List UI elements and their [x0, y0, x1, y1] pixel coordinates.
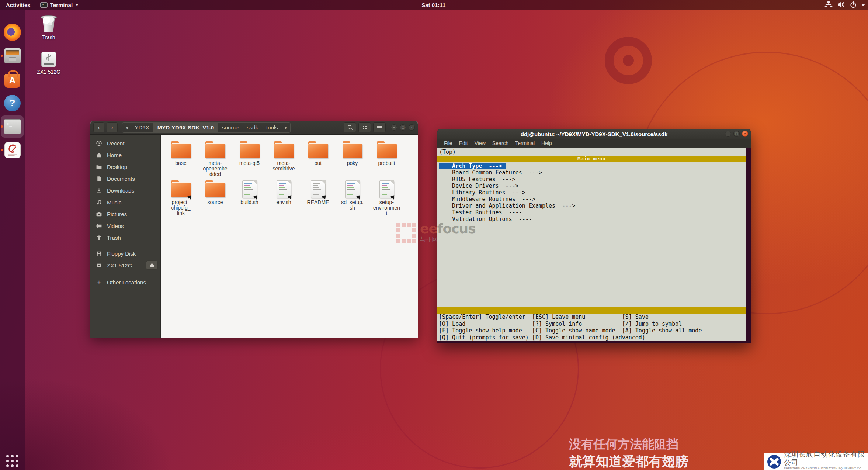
sidebar-item-other-locations[interactable]: +Other Locations — [90, 276, 160, 288]
files-icon — [4, 48, 21, 63]
close-button[interactable]: × — [409, 124, 415, 131]
company-logo-icon — [767, 455, 781, 469]
menuconfig-item-tester-routines[interactable]: Tester Routines ---- — [439, 209, 525, 216]
file-item[interactable]: prebuilt — [369, 138, 404, 177]
menu-search[interactable]: Search — [489, 140, 511, 146]
desktop-icon-label: ZX1 512G — [35, 69, 63, 75]
desktop: Activities Terminal ▾ Sat 01:11 Trash — [0, 0, 868, 470]
eject-button[interactable] — [146, 260, 158, 270]
sidebar-item-downloads[interactable]: Downloads — [90, 184, 160, 196]
file-item[interactable]: sd_setup. sh — [335, 177, 369, 217]
folder-icon — [205, 183, 225, 197]
breadcrumb-source[interactable]: source — [218, 123, 243, 132]
sidebar-label: Floppy Disk — [107, 250, 136, 257]
help-line: [Q] Quit (prompts for save) [D] Save min… — [437, 334, 746, 341]
running-indicator — [1, 125, 3, 128]
sidebar-item-floppy-disk[interactable]: Floppy Disk — [90, 248, 160, 259]
file-item[interactable]: README — [301, 177, 335, 217]
system-tray[interactable] — [824, 0, 865, 10]
clock[interactable]: Sat 01:11 — [421, 0, 445, 10]
breadcrumb-tools[interactable]: tools — [262, 123, 282, 132]
desktop-icon-trash[interactable]: Trash — [35, 15, 63, 40]
folder-icon — [343, 144, 362, 158]
menuconfig-item-driver-and-application-examples[interactable]: Driver and Application Examples ---> — [439, 203, 579, 209]
sidebar-item-zx1-512g[interactable]: ZX1 512G — [90, 259, 160, 271]
menuconfig-item-board-common-features[interactable]: Board Common Features ---> — [439, 169, 545, 176]
file-item[interactable]: out — [301, 138, 335, 177]
sidebar-label: Pictures — [107, 211, 127, 217]
file-item[interactable]: meta- semidrive — [267, 138, 301, 177]
file-item[interactable]: source — [198, 177, 232, 217]
menu-help[interactable]: Help — [538, 140, 555, 146]
menuconfig-item-middleware-routines[interactable]: Middleware Routines ---> — [439, 196, 539, 203]
sidebar-item-pictures[interactable]: Pictures — [90, 208, 160, 220]
breadcrumb-ssdk[interactable]: ssdk — [243, 123, 262, 132]
running-indicator — [1, 149, 3, 151]
menu-edit[interactable]: Edit — [456, 140, 471, 146]
show-applications-icon — [6, 455, 18, 467]
chevron-down-icon — [861, 4, 865, 6]
file-item[interactable]: project_ chipcfg_ link — [164, 177, 198, 217]
terminal-icon — [4, 119, 21, 134]
dock-item-firefox[interactable] — [1, 21, 24, 43]
menuconfig-item-device-drivers[interactable]: Device Drivers ---> — [439, 183, 522, 189]
show-applications-button[interactable] — [0, 455, 25, 467]
file-item[interactable]: poky — [335, 138, 369, 177]
sidebar-item-music[interactable]: Music — [90, 196, 160, 208]
dock-item-terminal[interactable] — [1, 115, 24, 138]
search-button[interactable] — [344, 122, 356, 132]
path-scroll-left-icon[interactable]: ◂ — [122, 125, 131, 130]
menu-terminal[interactable]: Terminal — [512, 140, 538, 146]
sidebar-item-recent[interactable]: Recent — [90, 137, 160, 149]
desktop-icon-zx1-512g[interactable]: ZX1 512G — [35, 52, 63, 75]
forward-button[interactable]: › — [107, 122, 118, 132]
desktop-icon-label: Trash — [35, 34, 63, 40]
close-button[interactable]: × — [742, 131, 748, 137]
terminal-titlebar[interactable]: ddj@ubuntu: ~/YD9X/MYD-YD9X-SDK_V1.0/sou… — [437, 129, 751, 139]
maximize-button[interactable]: □ — [733, 131, 740, 137]
menuconfig-item-rtos-features[interactable]: RTOS Features ---> — [439, 176, 519, 183]
file-item[interactable]: base — [164, 138, 198, 177]
dock-item-files[interactable] — [1, 45, 24, 67]
menu-file[interactable]: File — [441, 140, 455, 146]
menuconfig-item-validation-options[interactable]: Validation Options ---- — [439, 216, 535, 222]
menu-button[interactable] — [373, 122, 386, 132]
file-item[interactable]: env.sh — [267, 177, 301, 217]
sidebar-item-home[interactable]: Home — [90, 149, 160, 161]
terminal-right-margin — [746, 148, 751, 341]
sidebar-label: Downloads — [107, 187, 134, 194]
breadcrumb-yd9x[interactable]: YD9X — [131, 123, 153, 132]
menuconfig-item-arch-type[interactable]: Arch Type ---> — [439, 163, 506, 169]
dock-item-document-viewer[interactable] — [1, 139, 24, 161]
menuconfig-item-library-routines[interactable]: Library Routines ---> — [439, 189, 529, 196]
menuconfig-screen: (Top) Main menu Arch Type ---> Board Com… — [437, 148, 751, 341]
files-content: base meta- openembe dded meta-qt5 meta- … — [161, 135, 418, 338]
file-item[interactable]: meta-qt5 — [232, 138, 267, 177]
activities-button[interactable]: Activities — [0, 0, 37, 10]
files-window: ‹ › ◂ YD9X MYD-YD9X-SDK_V1.0 source ssdk… — [90, 121, 418, 338]
subtitle-line-2: 就算知道爱都有翅膀 — [569, 453, 688, 470]
sidebar-label: ZX1 512G — [107, 262, 132, 269]
view-toggle-button[interactable] — [358, 122, 371, 132]
minimize-button[interactable]: − — [725, 131, 731, 137]
maximize-button[interactable]: □ — [400, 124, 406, 131]
path-scroll-right-icon[interactable]: ▸ — [282, 125, 291, 130]
sidebar-item-trash[interactable]: Trash — [90, 232, 160, 243]
sidebar-label: Home — [107, 152, 122, 158]
watermark-brand: ee — [420, 221, 437, 236]
sidebar-item-videos[interactable]: Videos — [90, 220, 160, 232]
path-bar: ◂ YD9X MYD-YD9X-SDK_V1.0 source ssdk too… — [122, 122, 291, 133]
sidebar-item-desktop[interactable]: Desktop — [90, 161, 160, 173]
minimize-button[interactable]: − — [391, 124, 397, 131]
file-item[interactable]: build.sh — [232, 177, 267, 217]
sidebar-item-documents[interactable]: Documents — [90, 173, 160, 184]
back-button[interactable]: ‹ — [93, 122, 104, 132]
dock-item-help[interactable] — [1, 92, 24, 114]
file-item[interactable]: meta- openembe dded — [198, 138, 232, 177]
usb-drive-icon — [41, 52, 56, 67]
app-menu[interactable]: Terminal ▾ — [37, 0, 82, 10]
dock-item-ubuntu-software[interactable] — [1, 68, 24, 90]
file-item[interactable]: setup- environmen t — [369, 177, 404, 217]
menu-view[interactable]: View — [472, 140, 489, 146]
breadcrumb-myd-yd9x-sdk[interactable]: MYD-YD9X-SDK_V1.0 — [153, 123, 218, 132]
